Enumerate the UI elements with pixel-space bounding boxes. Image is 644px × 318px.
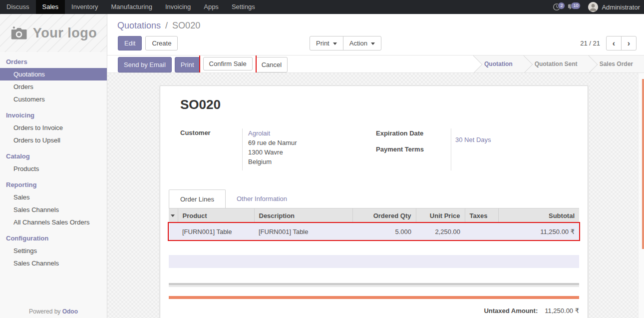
sidebar-item-settings[interactable]: Settings	[0, 244, 107, 257]
pager-previous-button[interactable]: ‹	[606, 36, 622, 50]
nav-apps[interactable]: Apps	[197, 0, 225, 14]
totals: Untaxed Amount: 11,250.00 ₹	[169, 307, 579, 314]
sidebar-section-reporting: Reporting	[0, 175, 107, 191]
breadcrumb-quotations[interactable]: Quotations	[117, 20, 161, 30]
sidebar-item-sales-channels-report[interactable]: Sales Channels	[0, 204, 107, 216]
caret-down-icon	[371, 42, 375, 47]
activity-menu-button[interactable]: 2	[553, 3, 561, 11]
breadcrumb-current: SO020	[172, 20, 200, 30]
messages-menu-button[interactable]: 10	[568, 3, 576, 11]
state-quotation-sent[interactable]: Quotation Sent	[524, 56, 589, 72]
tab-order-lines[interactable]: Order Lines	[169, 190, 226, 208]
control-panel: Edit Create Print Action 21 / 21 ‹ ›	[107, 35, 644, 55]
sidebar-item-all-channels-sales-orders[interactable]: All Channels Sales Orders	[0, 216, 107, 228]
breadcrumb: Quotations / SO020	[107, 14, 644, 35]
app-window: Discuss Sales Inventory Manufacturing In…	[0, 0, 644, 318]
camera-icon	[10, 25, 28, 41]
customer-address-line: 69 rue de Namur	[248, 138, 376, 148]
expiration-date-label: Expiration Date	[376, 128, 451, 138]
systray: 2 10 Administrator	[553, 0, 644, 14]
caret-down-icon	[333, 42, 337, 47]
sidebar-item-quotations[interactable]: Quotations	[0, 68, 107, 80]
nav-sales[interactable]: Sales	[36, 0, 65, 14]
empty-space	[169, 268, 579, 283]
sidebar-item-sales-channels-config[interactable]: Sales Channels	[0, 257, 107, 270]
avatar	[588, 2, 598, 12]
breadcrumb-separator: /	[165, 20, 168, 30]
pager-value: 21 / 21	[580, 40, 600, 47]
customer-address-line: Belgium	[248, 157, 376, 166]
nav-invoicing[interactable]: Invoicing	[159, 0, 197, 14]
edit-button[interactable]: Edit	[118, 36, 142, 50]
sidebar-section-orders: Orders	[0, 52, 107, 68]
cell-unit-price: 2,250.00	[416, 223, 465, 240]
create-button[interactable]: Create	[145, 36, 178, 50]
empty-row-highlight	[169, 255, 579, 268]
optional-columns-button[interactable]	[169, 208, 178, 223]
sidebar-item-orders-to-invoice[interactable]: Orders to Invoice	[0, 122, 107, 134]
notebook: Order Lines Other Information	[169, 190, 579, 314]
scrollbar-thumb[interactable]	[642, 79, 644, 249]
customer-label: Customer	[180, 128, 242, 170]
row-handle	[169, 223, 178, 240]
cancel-button[interactable]: Cancel	[256, 57, 288, 72]
sidebar-item-products[interactable]: Products	[0, 162, 107, 175]
nav-discuss[interactable]: Discuss	[0, 0, 36, 14]
customer-link[interactable]: Agrolait	[248, 130, 270, 137]
cell-subtotal: 11,250.00 ₹	[498, 223, 579, 240]
sidebar-item-customers[interactable]: Customers	[0, 93, 107, 106]
sidebar-section-configuration: Configuration	[0, 228, 107, 244]
send-by-email-button[interactable]: Send by Email	[118, 57, 172, 72]
sidebar-item-orders-to-upsell[interactable]: Orders to Upsell	[0, 134, 107, 146]
separator-bar	[169, 296, 579, 299]
column-description: Description	[254, 208, 352, 223]
tab-other-information[interactable]: Other Information	[226, 190, 298, 208]
table-header-row: Product Description Ordered Qty Unit Pri…	[169, 208, 579, 223]
cell-description: [FURN001] Table	[254, 223, 352, 240]
document-sheet: SO020 Customer Agrolait 69 rue de Namur …	[160, 86, 588, 318]
statusbar: Send by Email Print Confirm Sale Cancel …	[107, 55, 644, 73]
user-name: Administrator	[602, 4, 640, 11]
column-subtotal: Subtotal	[498, 208, 579, 223]
logo-text: Your logo	[33, 26, 97, 41]
horizontal-scrollbar[interactable]	[169, 283, 579, 287]
main-panel: Quotations / SO020 Edit Create Print Act…	[107, 14, 644, 318]
caret-down-icon	[171, 214, 175, 219]
untaxed-amount-label: Untaxed Amount:	[484, 307, 538, 314]
powered-by: Powered by Odoo	[0, 308, 107, 315]
print-menu-button[interactable]: Print	[310, 36, 343, 50]
untaxed-amount-value: 11,250.00 ₹	[545, 307, 579, 314]
customer-address-line: 1300 Wavre	[248, 148, 376, 157]
empty-row	[169, 240, 579, 255]
pager-next-button[interactable]: ›	[621, 36, 637, 50]
sidebar-menu: Orders Quotations Orders Customers Invoi…	[0, 52, 107, 270]
column-product: Product	[178, 208, 254, 223]
cell-product: [FURN001] Table	[178, 223, 254, 240]
column-ordered-qty: Ordered Qty	[352, 208, 416, 223]
state-quotation[interactable]: Quotation	[473, 56, 524, 72]
sidebar-item-sales-report[interactable]: Sales	[0, 191, 107, 204]
company-logo[interactable]: Your logo	[0, 14, 107, 52]
nav-inventory[interactable]: Inventory	[65, 0, 104, 14]
user-menu[interactable]: Administrator	[588, 2, 640, 12]
cell-taxes	[465, 223, 498, 240]
nav-settings[interactable]: Settings	[225, 0, 262, 14]
action-menu-button[interactable]: Action	[343, 36, 381, 50]
payment-terms-link[interactable]: 30 Net Days	[455, 136, 491, 144]
nav-manufacturing[interactable]: Manufacturing	[105, 0, 159, 14]
top-nav: Discuss Sales Inventory Manufacturing In…	[0, 0, 644, 14]
odoo-link[interactable]: Odoo	[62, 308, 78, 315]
sidebar: Your logo Orders Quotations Orders Custo…	[0, 14, 107, 318]
cell-ordered-qty: 5.000	[352, 223, 416, 240]
order-line-row[interactable]: [FURN001] Table [FURN001] Table 5.000 2,…	[169, 223, 579, 240]
form-view-background: SO020 Customer Agrolait 69 rue de Namur …	[107, 73, 644, 318]
order-lines-table: Product Description Ordered Qty Unit Pri…	[169, 208, 579, 240]
payment-terms-label: Payment Terms	[376, 144, 451, 154]
vertical-scrollbar[interactable]	[638, 73, 644, 318]
powered-by-text: Powered by	[29, 308, 60, 315]
sidebar-section-catalog: Catalog	[0, 146, 107, 162]
sidebar-item-orders[interactable]: Orders	[0, 80, 107, 93]
print-button[interactable]: Print	[175, 57, 200, 72]
activity-badge: 2	[558, 2, 565, 10]
confirm-sale-button[interactable]: Confirm Sale	[203, 57, 253, 70]
